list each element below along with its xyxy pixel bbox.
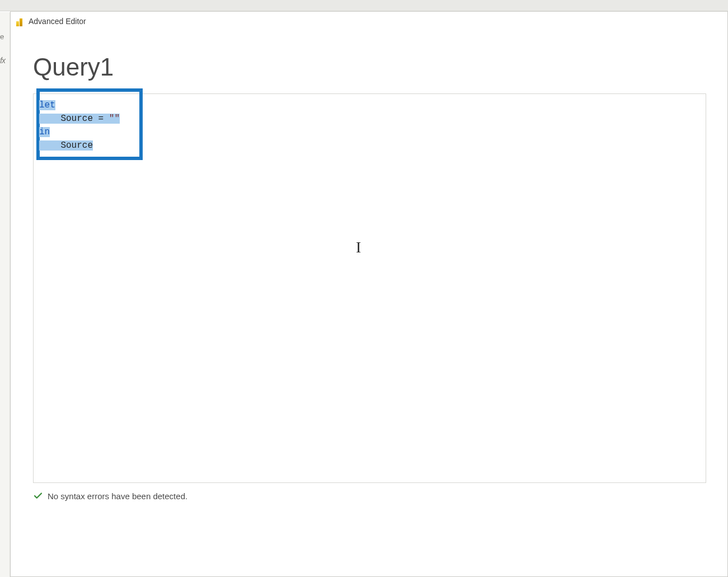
dialog-title: Advanced Editor bbox=[29, 17, 86, 26]
checkmark-icon bbox=[33, 491, 43, 501]
advanced-editor-dialog: Advanced Editor Query1 let Source = "" i… bbox=[10, 11, 728, 577]
dialog-titlebar: Advanced Editor bbox=[11, 12, 727, 31]
code-editor[interactable]: let Source = "" in Source I bbox=[33, 93, 706, 483]
background-topbar bbox=[0, 0, 728, 11]
code-text[interactable]: let Source = "" in Source bbox=[39, 98, 120, 152]
text-cursor-icon: I bbox=[356, 238, 361, 256]
formula-bar-fx-icon: fx bbox=[0, 56, 5, 65]
powerbi-icon bbox=[14, 16, 24, 26]
syntax-status-row: No syntax errors have been detected. bbox=[33, 491, 705, 501]
background-letter: e bbox=[0, 32, 4, 41]
syntax-status-text: No syntax errors have been detected. bbox=[48, 491, 187, 501]
dialog-content: Query1 let Source = "" in Source I No sy… bbox=[11, 53, 727, 501]
background-left-strip bbox=[0, 12, 10, 577]
query-name-heading: Query1 bbox=[33, 53, 705, 81]
